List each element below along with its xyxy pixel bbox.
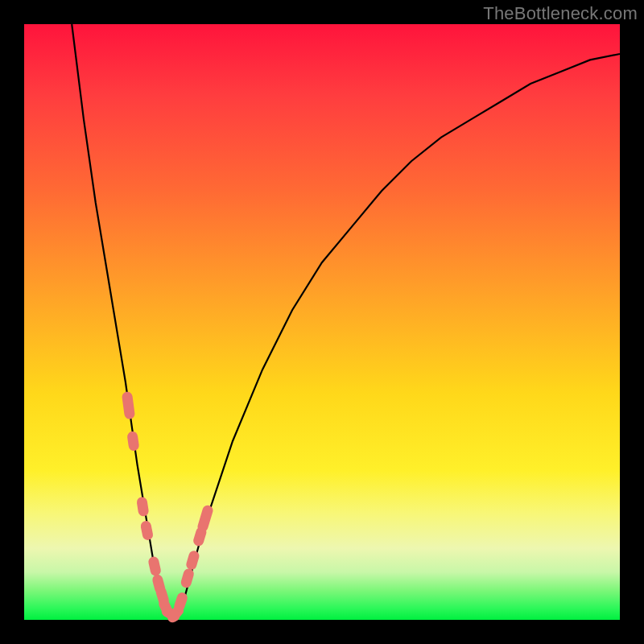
watermark-text: TheBottleneck.com — [483, 3, 638, 24]
svg-rect-14 — [196, 504, 214, 533]
svg-rect-2 — [136, 497, 149, 518]
chart-frame: TheBottleneck.com — [0, 0, 644, 644]
bottleneck-curve — [24, 24, 620, 620]
svg-rect-1 — [126, 431, 139, 452]
svg-rect-0 — [122, 391, 135, 419]
svg-rect-4 — [147, 555, 162, 576]
svg-rect-12 — [185, 550, 200, 572]
svg-rect-3 — [140, 520, 154, 541]
plot-area — [24, 24, 620, 620]
bottleneck-line — [72, 24, 620, 620]
marker-cluster — [122, 391, 214, 625]
